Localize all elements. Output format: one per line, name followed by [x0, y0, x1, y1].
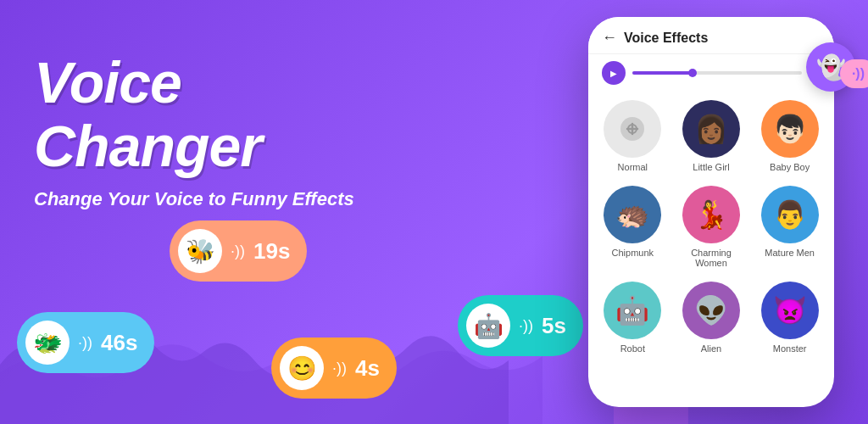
dragon-time: 46s [101, 330, 137, 356]
robot-emoji: 🤖 [466, 304, 510, 348]
effect-baby-boy[interactable]: 👦🏻 Baby Boy [757, 100, 822, 172]
effect-circle-normal [604, 100, 661, 158]
phone-screen: ← Voice Effects ▶ 0:0 Normal 👩🏾 [588, 17, 834, 407]
effect-label-mature-men: Mature Men [765, 248, 815, 258]
app-title: Voice Changer [34, 51, 424, 178]
effect-robot[interactable]: 🤖 Robot [600, 282, 665, 354]
effect-little-girl[interactable]: 👩🏾 Little Girl [679, 100, 744, 172]
play-button[interactable]: ▶ [602, 61, 626, 85]
effect-circle-chipmunk: 🦔 [604, 186, 661, 243]
phone-screen-title: Voice Effects [624, 31, 821, 46]
effect-label-alien: Alien [701, 343, 721, 354]
effect-circle-little-girl: 👩🏾 [682, 100, 740, 158]
robot-sound-icon: ·)) [519, 317, 533, 335]
app-subtitle: Change Your Voice to Funny Effects [34, 188, 424, 210]
effect-circle-robot: 🤖 [604, 282, 661, 339]
girl-emoji: 😊 [280, 346, 324, 390]
girl-badge[interactable]: 😊 ·)) 4s [271, 338, 397, 399]
effect-chipmunk[interactable]: 🦔 Chipmunk [600, 186, 665, 268]
bee-sound-icon: ·)) [231, 243, 245, 260]
effect-circle-monster: 👿 [761, 282, 819, 339]
effect-charming-women[interactable]: 💃 Charming Women [679, 186, 744, 268]
effect-label-normal: Normal [618, 162, 648, 172]
bee-emoji: 🐝 [178, 229, 222, 273]
dragon-emoji: 🐲 [25, 321, 70, 365]
progress-fill [632, 71, 692, 75]
girl-time: 4s [355, 355, 380, 382]
effect-monster[interactable]: 👿 Monster [757, 282, 822, 354]
bee-time: 19s [253, 238, 290, 265]
girl-sound-icon: ·)) [332, 360, 347, 377]
effect-circle-baby-boy: 👦🏻 [761, 100, 819, 158]
back-button[interactable]: ← [602, 29, 617, 47]
effect-alien[interactable]: 👽 Alien [679, 282, 744, 354]
effect-label-little-girl: Little Girl [693, 162, 729, 172]
robot-time: 5s [542, 313, 566, 339]
dragon-sound-icon: ·)) [78, 334, 92, 352]
effect-mature-men[interactable]: 👨 Mature Men [757, 186, 822, 268]
ripple-badge: ·)) [840, 59, 868, 88]
effect-circle-charming: 💃 [682, 186, 740, 243]
audio-player: ▶ 0:0 [588, 54, 834, 92]
progress-dot [688, 69, 697, 77]
effect-label-baby-boy: Baby Boy [770, 162, 810, 172]
effect-circle-alien: 👽 [682, 282, 740, 339]
phone-mockup: ← Voice Effects ▶ 0:0 Normal 👩🏾 [588, 17, 851, 416]
ripple-sound: ·)) [852, 66, 865, 81]
effect-label-monster: Monster [773, 343, 807, 354]
effects-grid: Normal 👩🏾 Little Girl 👦🏻 Baby Boy 🦔 Chip… [588, 92, 834, 362]
progress-bar[interactable] [632, 71, 802, 75]
effect-label-robot: Robot [620, 343, 645, 354]
robot-badge[interactable]: 🤖 ·)) 5s [458, 295, 583, 356]
bee-badge[interactable]: 🐝 ·)) 19s [170, 220, 307, 282]
effect-circle-mature: 👨 [761, 186, 819, 243]
left-content: Voice Changer Change Your Voice to Funny… [34, 51, 424, 210]
phone-header: ← Voice Effects [588, 17, 834, 54]
effect-normal[interactable]: Normal [600, 100, 665, 172]
effect-label-charming-women: Charming Women [679, 248, 744, 268]
dragon-badge[interactable]: 🐲 ·)) 46s [17, 312, 154, 373]
effect-label-chipmunk: Chipmunk [612, 248, 654, 258]
